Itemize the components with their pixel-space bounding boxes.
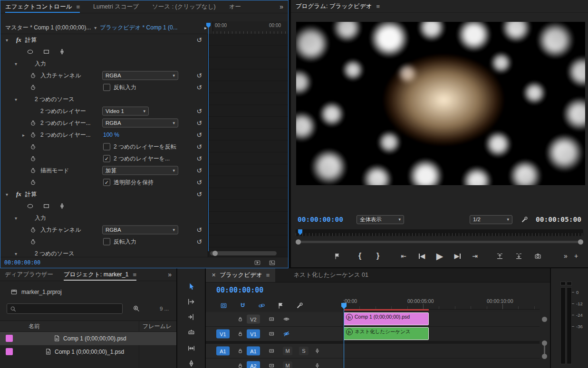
stopwatch-icon[interactable]	[30, 238, 36, 245]
stopwatch-icon[interactable]	[30, 179, 36, 185]
scroll-knob[interactable]	[542, 340, 547, 346]
timeline-settings-wrench-icon[interactable]	[296, 302, 303, 309]
project-root-item[interactable]: marker_1.prproj	[10, 288, 62, 295]
fx-toggle-icon[interactable]: fx	[16, 190, 21, 198]
tab-project[interactable]: プロジェクト: marker_1 ≡	[64, 268, 136, 281]
panel-menu-icon[interactable]: ≡	[376, 3, 380, 10]
program-zoom-scrollbar[interactable]	[299, 241, 580, 243]
reset-icon[interactable]: ↺	[196, 72, 202, 79]
panel-menu-icon[interactable]: ≡	[133, 271, 137, 278]
chevron-down-icon[interactable]: ▾	[6, 191, 8, 197]
step-forward-button[interactable]: ▶	[453, 250, 463, 262]
lock-icon[interactable]	[237, 348, 243, 354]
slip-tool-button[interactable]	[185, 342, 197, 354]
track-lane-a1[interactable]	[342, 344, 540, 359]
invert-input-checkbox[interactable]	[103, 238, 110, 245]
label-color-chip[interactable]	[6, 335, 13, 342]
project-item-row[interactable]: Comp 1 (0;00;00;00)_1.psd	[0, 345, 176, 359]
mark-in-button[interactable]: {	[355, 250, 365, 262]
pen-mask-icon[interactable]	[58, 48, 66, 55]
add-marker-icon[interactable]	[277, 302, 284, 309]
sync-lock-icon[interactable]	[269, 363, 275, 368]
reset-icon[interactable]: ↺	[196, 167, 202, 174]
mute-button[interactable]: M	[283, 347, 292, 355]
tab-sequence-black-video[interactable]: ✕ ブラックビデオ ≡	[206, 268, 275, 282]
chevron-down-icon[interactable]: ▾	[15, 251, 17, 256]
program-timecode[interactable]: 00:00:00:00	[298, 216, 343, 223]
add-marker-button[interactable]	[332, 250, 342, 262]
stopwatch-icon[interactable]	[30, 155, 36, 161]
tab-program-monitor[interactable]: プログラム: ブラックビデオ ≡	[296, 0, 380, 12]
tab-overflow-icon[interactable]: »	[280, 3, 283, 10]
preserve-transparency-checkbox[interactable]: ✓	[103, 179, 110, 186]
scroll-knob[interactable]	[542, 317, 547, 322]
tab-media-browser[interactable]: ディアブラウザー	[5, 268, 53, 281]
play-button[interactable]: ▶	[434, 250, 445, 262]
column-framerate-header[interactable]: フレームレ	[143, 322, 172, 330]
invert-input-checkbox[interactable]	[103, 84, 110, 91]
rectangle-mask-icon[interactable]	[43, 202, 50, 209]
program-scrub-bar[interactable]	[296, 229, 583, 236]
clip-label[interactable]: ブラックビデオ * Comp 1 (0...	[100, 24, 177, 32]
play-clip-icon[interactable]	[254, 259, 261, 266]
close-icon[interactable]: ✕	[212, 272, 216, 278]
tab-effect-controls[interactable]: エフェクトコントロール ≡	[5, 0, 80, 13]
invert-second-layer-checkbox[interactable]	[103, 143, 110, 150]
go-to-out-button[interactable]: ⇥	[470, 250, 480, 262]
project-item-row[interactable]: Comp 1 (0;00;00;00).psd	[0, 332, 176, 345]
track-output-eye-icon[interactable]	[283, 316, 290, 323]
step-back-button[interactable]: ◀	[416, 250, 427, 262]
track-badge-a2[interactable]: A2	[247, 361, 260, 368]
chevron-right-icon[interactable]: ▸	[22, 132, 25, 137]
source-patch-a1[interactable]: A1	[216, 347, 230, 356]
panel-menu-icon[interactable]: ≡	[76, 3, 80, 10]
opacity-value[interactable]: 100 %	[103, 132, 119, 138]
tab-audio-truncated[interactable]: オー	[229, 0, 241, 13]
sync-lock-icon[interactable]	[269, 348, 275, 354]
chevron-down-icon[interactable]: ▾	[15, 215, 17, 220]
go-to-in-button[interactable]: ⇤	[398, 250, 409, 262]
lock-icon[interactable]	[237, 363, 243, 368]
reset-icon[interactable]: ↺	[196, 84, 202, 91]
selection-tool-button[interactable]	[185, 281, 197, 292]
track-badge-v2[interactable]: V2	[247, 315, 260, 324]
chevron-down-icon[interactable]: ▾	[94, 25, 96, 30]
tab-overflow-icon[interactable]: »	[168, 271, 172, 278]
sync-lock-icon[interactable]	[269, 331, 275, 337]
reset-icon[interactable]: ↺	[196, 143, 202, 151]
lock-icon[interactable]	[237, 331, 243, 337]
stopwatch-icon[interactable]	[30, 226, 36, 233]
zoom-handle-right[interactable]	[578, 239, 583, 245]
ellipse-mask-icon[interactable]	[27, 202, 34, 209]
timeline-ruler[interactable]: :00:00 00:00:05:00 00:00:10:00	[342, 296, 540, 310]
source-patch-v1[interactable]: V1	[216, 330, 230, 339]
chevron-down-icon[interactable]: ▾	[15, 96, 17, 102]
extract-button[interactable]	[513, 250, 524, 262]
snap-magnet-icon[interactable]	[239, 302, 246, 309]
sync-lock-icon[interactable]	[269, 316, 275, 322]
meter-bars[interactable]	[560, 287, 572, 364]
second-layer-dropdown[interactable]: Video 1▾	[102, 106, 149, 115]
track-lane-v2[interactable]: fx Comp 1 (0;00;00;00).psd	[342, 312, 540, 327]
ellipse-mask-icon[interactable]	[27, 48, 34, 55]
lock-icon[interactable]	[237, 316, 243, 322]
rectangle-mask-icon[interactable]	[43, 48, 50, 55]
reset-icon[interactable]: ↺	[196, 238, 202, 245]
track-lane-a2[interactable]	[342, 359, 540, 368]
timeline-timecode[interactable]: 00:00:00:00	[216, 286, 263, 294]
track-lane-v1[interactable]: fx ネスト化したシーケンス	[342, 327, 540, 341]
settings-wrench-icon[interactable]	[521, 216, 528, 223]
solo-button[interactable]: S	[299, 347, 308, 355]
lift-button[interactable]	[494, 250, 505, 262]
zoom-handle[interactable]	[212, 251, 218, 256]
effect-name[interactable]: 計算	[25, 36, 37, 44]
effect-timeline-ruler[interactable]: 00:00 00:00	[212, 21, 288, 34]
tab-sequence-nested[interactable]: ネスト化したシーケンス 01	[288, 268, 374, 282]
reset-icon[interactable]: ↺	[196, 36, 202, 44]
linked-selection-icon[interactable]	[258, 302, 265, 309]
more-buttons-icon[interactable]: »	[560, 250, 571, 262]
mark-out-button[interactable]: }	[373, 250, 383, 262]
reset-icon[interactable]: ↺	[196, 107, 202, 115]
chevron-down-icon[interactable]: ▾	[6, 37, 8, 42]
clip-comp1-psd[interactable]: fx Comp 1 (0;00;00;00).psd	[344, 312, 429, 325]
